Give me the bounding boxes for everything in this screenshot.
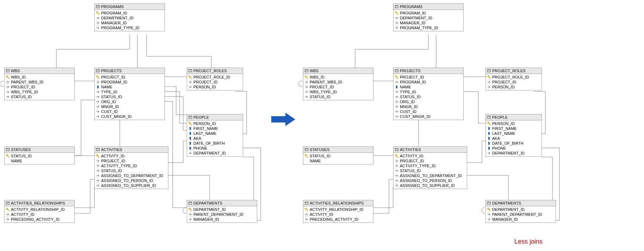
relationship-line	[467, 141, 485, 163]
entity-body: PROJECT_IDPROGRAM_IDNAMETYPE_IDSTATUS_ID…	[95, 74, 165, 120]
column-icon	[188, 146, 192, 150]
field-row: WBS_ID	[303, 75, 373, 80]
primary-key-icon	[6, 208, 10, 211]
field-row: MNGR_ID	[394, 104, 463, 109]
entity-body: WBS_IDPARENT_WBS_IDPROJECT_IDWBS_TYPE_ID…	[303, 74, 373, 100]
field-row: PARENT_WBS_ID	[303, 80, 373, 84]
field-label: ACTIVITY_ID	[101, 154, 125, 158]
foreign-key-icon	[305, 90, 308, 94]
entity-header: PROJECTS	[394, 68, 463, 74]
entity-programs: PROGRAMSPROGRAM_IDDEPARTMENT_IDMANAGER_I…	[94, 4, 165, 31]
relationship-line	[464, 92, 485, 123]
foreign-key-icon	[395, 174, 398, 177]
field-row: NAME	[5, 158, 74, 163]
field-label: PERSON_ID	[193, 85, 216, 89]
entity-title: PROJECT_ROLES	[193, 69, 227, 73]
field-label: MNGR_ID	[400, 105, 418, 109]
foreign-key-icon	[96, 179, 100, 182]
entity-title: WBS	[310, 69, 318, 73]
field-label: ASSIGNED_TO_SUPPLIER_ID	[400, 183, 455, 188]
field-row: STATUS_ID	[303, 94, 373, 99]
blank-icon	[6, 159, 10, 163]
foreign-key-icon	[96, 105, 100, 108]
column-icon	[188, 127, 192, 130]
field-row: WBS_TYPE_ID	[5, 89, 74, 94]
field-label: LAST_NAME	[193, 131, 216, 136]
foreign-key-icon	[96, 80, 100, 84]
table-icon	[305, 202, 308, 205]
foreign-key-icon	[395, 164, 398, 168]
svg-point-84	[488, 76, 489, 77]
field-label: FIRST_NAME	[193, 126, 218, 131]
entity-projects: PROJECTSPROJECT_IDPROGRAM_IDNAMETYPE_IDS…	[393, 68, 464, 120]
field-row: LAST_NAME	[187, 131, 243, 136]
foreign-key-icon	[305, 213, 308, 216]
entity-body: ACTIVITY_RELATIONSHIP_IDACTIVITY_IDPRECE…	[5, 206, 74, 222]
field-row: DEPARTMENT_ID	[187, 207, 257, 212]
svg-rect-32	[190, 127, 191, 130]
foreign-key-icon	[487, 80, 491, 84]
entity-activities_relationships: ACTIVITIES_RELATIONSHIPSACTIVITY_RELATIO…	[303, 200, 373, 223]
field-row: ACTIVITY_ID	[95, 153, 168, 158]
field-row: PROGRAM_TYPE_ID	[394, 25, 463, 30]
table-icon	[305, 148, 308, 151]
field-label: PERSON_ID	[492, 85, 515, 89]
primary-key-icon	[395, 154, 398, 158]
entity-header: DEPARTMENTS	[486, 200, 556, 206]
field-label: PROJECT_ID	[193, 80, 217, 84]
entity-header: PROGRAMS	[95, 4, 165, 10]
foreign-key-icon	[96, 164, 100, 168]
entity-statuses: STATUSESSTATUS_IDNAME	[4, 146, 75, 164]
svg-point-29	[189, 122, 190, 124]
svg-rect-35	[190, 142, 191, 145]
svg-point-60	[395, 12, 397, 13]
foreign-key-icon	[6, 218, 10, 221]
relationship-line	[168, 141, 187, 163]
field-label: PRECEDING_ACTIVITY_ID	[11, 217, 60, 221]
field-row: MNGR_ID	[95, 104, 165, 109]
field-row: STATUS_ID	[5, 94, 74, 99]
field-label: PROGRAM_TYPE_ID	[400, 26, 438, 30]
field-label: DEPARTMENT_ID	[492, 207, 525, 212]
field-row: PROGRAM_ID	[394, 11, 463, 15]
field-label: PHONE	[492, 146, 506, 150]
relationship-line	[183, 208, 186, 213]
field-row: PROJECT_ID	[95, 75, 165, 80]
field-row: ACTIVITY_RELATIONSHIP_ID	[5, 207, 74, 212]
field-row: FIRST_NAME	[187, 126, 243, 131]
primary-key-icon	[395, 11, 398, 15]
field-label: PROJECT_ID	[101, 75, 125, 79]
svg-rect-36	[190, 147, 191, 150]
field-label: DEPARTMENT_ID	[492, 151, 525, 155]
field-label: ASSIGNED_TO_DEPARTMENT_ID	[101, 174, 163, 178]
field-label: CUST_MNGR_ID	[101, 114, 132, 119]
entity-header: PROJECT_ROLES	[187, 68, 243, 74]
field-row: PROGRAM_ID	[394, 80, 463, 84]
field-label: STATUS_ID	[11, 154, 32, 158]
field-row: ASSIGNED_TO_PERSON_ID	[95, 178, 168, 183]
field-row: PRECEDING_ACTIVITY_ID	[303, 217, 373, 222]
entity-title: WBS	[11, 69, 20, 73]
field-label: ACTIVITY_ID	[310, 212, 333, 217]
svg-point-55	[189, 208, 190, 209]
entity-title: PEOPLE	[193, 115, 209, 119]
field-row: ASSIGNED_TO_DEPARTMENT_ID	[394, 173, 467, 178]
field-row: CUST_ID	[394, 109, 463, 114]
field-label: STATUS_ID	[400, 169, 421, 173]
svg-rect-95	[488, 142, 490, 145]
entity-header: PROJECT_ROLES	[486, 68, 541, 74]
field-row: ACTIVITY_ID	[394, 153, 467, 158]
relationship-line	[165, 87, 187, 115]
field-label: AKA	[492, 136, 500, 140]
column-icon	[188, 132, 192, 135]
foreign-key-icon	[96, 90, 100, 94]
table-icon	[487, 69, 491, 72]
svg-rect-17	[97, 86, 99, 88]
svg-point-110	[305, 208, 306, 209]
field-label: ASSIGNED_TO_SUPPLIER_ID	[101, 183, 156, 188]
entity-project_roles: PROJECT_ROLESPROJECT_ROLE_IDPROJECT_IDPE…	[187, 68, 243, 90]
field-row: PERSON_ID	[187, 84, 243, 89]
foreign-key-icon	[395, 110, 398, 113]
foreign-key-icon	[6, 90, 10, 94]
entity-header: WBS	[303, 68, 373, 74]
